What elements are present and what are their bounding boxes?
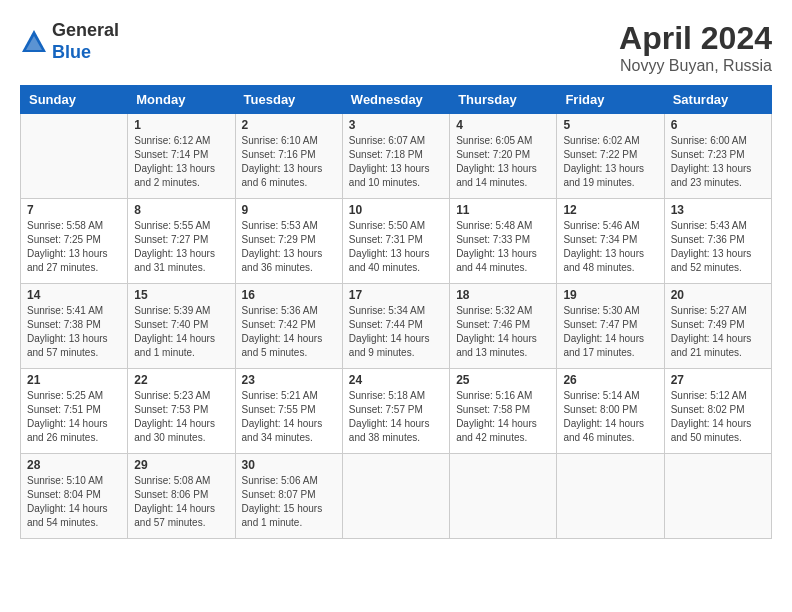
day-of-week-saturday: Saturday: [664, 86, 771, 114]
day-number: 17: [349, 288, 443, 302]
calendar-cell: 12Sunrise: 5:46 AM Sunset: 7:34 PM Dayli…: [557, 199, 664, 284]
day-of-week-monday: Monday: [128, 86, 235, 114]
day-number: 19: [563, 288, 657, 302]
day-number: 21: [27, 373, 121, 387]
day-info: Sunrise: 6:10 AM Sunset: 7:16 PM Dayligh…: [242, 134, 336, 190]
day-number: 3: [349, 118, 443, 132]
logo-icon: [20, 28, 48, 56]
day-number: 28: [27, 458, 121, 472]
day-number: 5: [563, 118, 657, 132]
day-number: 30: [242, 458, 336, 472]
day-number: 27: [671, 373, 765, 387]
day-info: Sunrise: 5:55 AM Sunset: 7:27 PM Dayligh…: [134, 219, 228, 275]
day-number: 14: [27, 288, 121, 302]
day-number: 12: [563, 203, 657, 217]
day-number: 7: [27, 203, 121, 217]
calendar-cell: 4Sunrise: 6:05 AM Sunset: 7:20 PM Daylig…: [450, 114, 557, 199]
day-info: Sunrise: 6:02 AM Sunset: 7:22 PM Dayligh…: [563, 134, 657, 190]
day-info: Sunrise: 5:53 AM Sunset: 7:29 PM Dayligh…: [242, 219, 336, 275]
day-info: Sunrise: 6:00 AM Sunset: 7:23 PM Dayligh…: [671, 134, 765, 190]
calendar-cell: 22Sunrise: 5:23 AM Sunset: 7:53 PM Dayli…: [128, 369, 235, 454]
calendar-location: Novyy Buyan, Russia: [619, 57, 772, 75]
day-info: Sunrise: 5:50 AM Sunset: 7:31 PM Dayligh…: [349, 219, 443, 275]
calendar-cell: 17Sunrise: 5:34 AM Sunset: 7:44 PM Dayli…: [342, 284, 449, 369]
day-info: Sunrise: 5:14 AM Sunset: 8:00 PM Dayligh…: [563, 389, 657, 445]
calendar-cell: 28Sunrise: 5:10 AM Sunset: 8:04 PM Dayli…: [21, 454, 128, 539]
day-info: Sunrise: 6:05 AM Sunset: 7:20 PM Dayligh…: [456, 134, 550, 190]
calendar-week-3: 14Sunrise: 5:41 AM Sunset: 7:38 PM Dayli…: [21, 284, 772, 369]
calendar-cell: [342, 454, 449, 539]
day-number: 22: [134, 373, 228, 387]
day-number: 25: [456, 373, 550, 387]
calendar-body: 1Sunrise: 6:12 AM Sunset: 7:14 PM Daylig…: [21, 114, 772, 539]
day-info: Sunrise: 5:16 AM Sunset: 7:58 PM Dayligh…: [456, 389, 550, 445]
calendar-cell: 2Sunrise: 6:10 AM Sunset: 7:16 PM Daylig…: [235, 114, 342, 199]
calendar-cell: 8Sunrise: 5:55 AM Sunset: 7:27 PM Daylig…: [128, 199, 235, 284]
days-of-week-row: SundayMondayTuesdayWednesdayThursdayFrid…: [21, 86, 772, 114]
day-number: 18: [456, 288, 550, 302]
day-of-week-sunday: Sunday: [21, 86, 128, 114]
logo-line1: General: [52, 20, 119, 42]
calendar-cell: 25Sunrise: 5:16 AM Sunset: 7:58 PM Dayli…: [450, 369, 557, 454]
calendar-cell: 3Sunrise: 6:07 AM Sunset: 7:18 PM Daylig…: [342, 114, 449, 199]
day-number: 2: [242, 118, 336, 132]
calendar-cell: 19Sunrise: 5:30 AM Sunset: 7:47 PM Dayli…: [557, 284, 664, 369]
day-info: Sunrise: 5:32 AM Sunset: 7:46 PM Dayligh…: [456, 304, 550, 360]
day-info: Sunrise: 5:48 AM Sunset: 7:33 PM Dayligh…: [456, 219, 550, 275]
calendar-week-4: 21Sunrise: 5:25 AM Sunset: 7:51 PM Dayli…: [21, 369, 772, 454]
calendar-cell: 13Sunrise: 5:43 AM Sunset: 7:36 PM Dayli…: [664, 199, 771, 284]
calendar-cell: 21Sunrise: 5:25 AM Sunset: 7:51 PM Dayli…: [21, 369, 128, 454]
day-info: Sunrise: 6:07 AM Sunset: 7:18 PM Dayligh…: [349, 134, 443, 190]
calendar-cell: 23Sunrise: 5:21 AM Sunset: 7:55 PM Dayli…: [235, 369, 342, 454]
calendar-cell: 16Sunrise: 5:36 AM Sunset: 7:42 PM Dayli…: [235, 284, 342, 369]
calendar-cell: 1Sunrise: 6:12 AM Sunset: 7:14 PM Daylig…: [128, 114, 235, 199]
day-number: 15: [134, 288, 228, 302]
calendar-cell: 30Sunrise: 5:06 AM Sunset: 8:07 PM Dayli…: [235, 454, 342, 539]
day-number: 26: [563, 373, 657, 387]
day-number: 16: [242, 288, 336, 302]
calendar-cell: 7Sunrise: 5:58 AM Sunset: 7:25 PM Daylig…: [21, 199, 128, 284]
calendar-cell: 26Sunrise: 5:14 AM Sunset: 8:00 PM Dayli…: [557, 369, 664, 454]
logo-text: General Blue: [52, 20, 119, 63]
day-info: Sunrise: 5:34 AM Sunset: 7:44 PM Dayligh…: [349, 304, 443, 360]
calendar-cell: 14Sunrise: 5:41 AM Sunset: 7:38 PM Dayli…: [21, 284, 128, 369]
calendar-cell: 10Sunrise: 5:50 AM Sunset: 7:31 PM Dayli…: [342, 199, 449, 284]
day-number: 4: [456, 118, 550, 132]
title-block: April 2024 Novyy Buyan, Russia: [619, 20, 772, 75]
day-number: 8: [134, 203, 228, 217]
day-info: Sunrise: 5:10 AM Sunset: 8:04 PM Dayligh…: [27, 474, 121, 530]
day-number: 13: [671, 203, 765, 217]
day-number: 24: [349, 373, 443, 387]
day-number: 20: [671, 288, 765, 302]
calendar-cell: 27Sunrise: 5:12 AM Sunset: 8:02 PM Dayli…: [664, 369, 771, 454]
calendar-cell: 24Sunrise: 5:18 AM Sunset: 7:57 PM Dayli…: [342, 369, 449, 454]
day-info: Sunrise: 5:41 AM Sunset: 7:38 PM Dayligh…: [27, 304, 121, 360]
day-info: Sunrise: 5:58 AM Sunset: 7:25 PM Dayligh…: [27, 219, 121, 275]
calendar-week-2: 7Sunrise: 5:58 AM Sunset: 7:25 PM Daylig…: [21, 199, 772, 284]
day-info: Sunrise: 5:36 AM Sunset: 7:42 PM Dayligh…: [242, 304, 336, 360]
calendar-table: SundayMondayTuesdayWednesdayThursdayFrid…: [20, 85, 772, 539]
day-number: 29: [134, 458, 228, 472]
day-of-week-friday: Friday: [557, 86, 664, 114]
calendar-cell: [21, 114, 128, 199]
day-info: Sunrise: 5:06 AM Sunset: 8:07 PM Dayligh…: [242, 474, 336, 530]
day-info: Sunrise: 5:43 AM Sunset: 7:36 PM Dayligh…: [671, 219, 765, 275]
calendar-week-5: 28Sunrise: 5:10 AM Sunset: 8:04 PM Dayli…: [21, 454, 772, 539]
day-info: Sunrise: 5:39 AM Sunset: 7:40 PM Dayligh…: [134, 304, 228, 360]
day-info: Sunrise: 5:30 AM Sunset: 7:47 PM Dayligh…: [563, 304, 657, 360]
day-of-week-wednesday: Wednesday: [342, 86, 449, 114]
calendar-title: April 2024: [619, 20, 772, 57]
calendar-cell: [557, 454, 664, 539]
calendar-header: SundayMondayTuesdayWednesdayThursdayFrid…: [21, 86, 772, 114]
calendar-cell: 15Sunrise: 5:39 AM Sunset: 7:40 PM Dayli…: [128, 284, 235, 369]
calendar-cell: [664, 454, 771, 539]
calendar-cell: [450, 454, 557, 539]
calendar-cell: 29Sunrise: 5:08 AM Sunset: 8:06 PM Dayli…: [128, 454, 235, 539]
page-header: General Blue April 2024 Novyy Buyan, Rus…: [20, 20, 772, 75]
calendar-cell: 20Sunrise: 5:27 AM Sunset: 7:49 PM Dayli…: [664, 284, 771, 369]
day-info: Sunrise: 5:23 AM Sunset: 7:53 PM Dayligh…: [134, 389, 228, 445]
day-info: Sunrise: 5:18 AM Sunset: 7:57 PM Dayligh…: [349, 389, 443, 445]
logo-line2: Blue: [52, 42, 119, 64]
calendar-cell: 11Sunrise: 5:48 AM Sunset: 7:33 PM Dayli…: [450, 199, 557, 284]
day-info: Sunrise: 5:27 AM Sunset: 7:49 PM Dayligh…: [671, 304, 765, 360]
